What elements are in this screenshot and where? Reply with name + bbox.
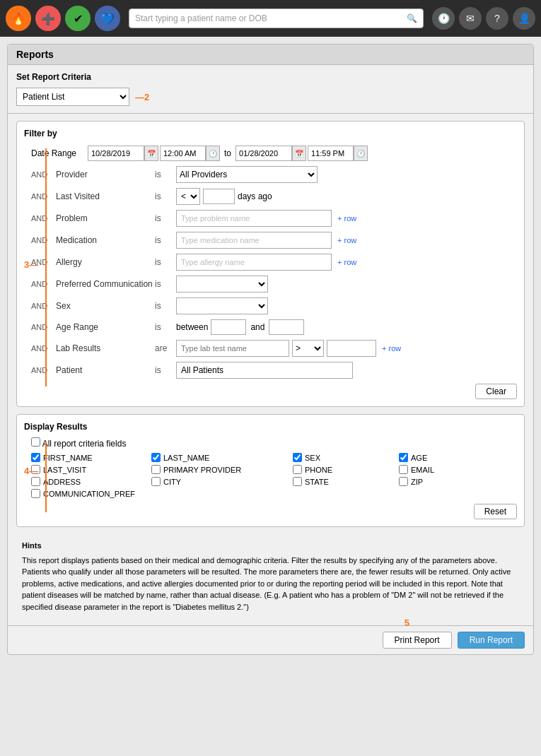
all-fields-checkbox[interactable] bbox=[31, 437, 40, 447]
logo-icon[interactable]: 🔥 bbox=[6, 6, 31, 31]
allergy-field: Allergy bbox=[56, 257, 155, 267]
days-input[interactable] bbox=[203, 189, 235, 204]
lab-results-row: AND Lab Results are > < = + row bbox=[24, 340, 517, 357]
age-range-row: AND Age Range is between and bbox=[24, 319, 517, 335]
age-from-input[interactable] bbox=[211, 319, 246, 335]
checkbox-item-address: ADDRESS bbox=[31, 477, 151, 486]
checkbox-item-firstname: FIRST_NAME bbox=[31, 453, 151, 462]
time-from-picker[interactable]: 🕐 bbox=[206, 146, 220, 161]
last-visited-operator[interactable]: < bbox=[176, 188, 200, 205]
medication-field: Medication bbox=[56, 235, 155, 245]
label-city: CITY bbox=[163, 478, 181, 486]
checkbox-state[interactable] bbox=[293, 477, 302, 486]
between-label: between bbox=[176, 322, 208, 332]
add-icon[interactable]: ➕ bbox=[35, 6, 61, 31]
problem-row: AND Problem is + row bbox=[24, 210, 517, 227]
medication-row: AND Medication is + row bbox=[24, 232, 517, 249]
checkbox-item-lastname: LAST_NAME bbox=[151, 453, 293, 462]
date-from-input[interactable] bbox=[88, 146, 144, 161]
step5-label: 5 bbox=[405, 618, 409, 628]
sex-and: AND bbox=[31, 302, 56, 310]
checkbox-item-sex: SEX bbox=[293, 453, 399, 462]
report-type-select[interactable]: Patient List bbox=[16, 88, 129, 106]
problem-input[interactable] bbox=[176, 210, 332, 227]
checkbox-sex[interactable] bbox=[293, 453, 302, 462]
time-to-input[interactable] bbox=[308, 146, 354, 161]
filter-title: Filter by bbox=[24, 129, 517, 138]
last-visited-group: < days ago bbox=[176, 188, 272, 205]
checkbox-address[interactable] bbox=[31, 477, 40, 486]
last-visited-field: Last Visited bbox=[56, 191, 155, 201]
lab-value-input[interactable] bbox=[327, 340, 376, 357]
lab-add-row[interactable]: + row bbox=[382, 344, 401, 353]
display-section: Display Results 4— All report criteria f… bbox=[16, 414, 525, 527]
date-from-picker[interactable]: 📅 bbox=[144, 146, 158, 161]
lab-operator-select[interactable]: > < = bbox=[292, 340, 324, 357]
age-and: AND bbox=[31, 323, 56, 331]
help-icon[interactable]: ? bbox=[486, 7, 508, 30]
heart-icon[interactable]: 💙 bbox=[95, 6, 120, 31]
age-to-input[interactable] bbox=[269, 319, 304, 335]
display-grid: All report criteria fields FIRST_NAME LA… bbox=[24, 437, 517, 519]
time-to-picker[interactable]: 🕐 bbox=[354, 146, 368, 161]
time-from-input[interactable] bbox=[160, 146, 206, 161]
hints-section: Hints This report displays patients base… bbox=[16, 534, 525, 618]
label-lastvisit: LAST_VISIT bbox=[43, 466, 86, 474]
checkbox-email[interactable] bbox=[399, 465, 408, 474]
problem-is: is bbox=[155, 213, 176, 223]
set-criteria-section: Set Report Criteria Patient List —2 bbox=[8, 65, 533, 114]
label-age: AGE bbox=[411, 454, 427, 462]
label-firstname: FIRST_NAME bbox=[43, 454, 93, 462]
date-range-label: Date Range bbox=[31, 148, 88, 158]
allergy-input[interactable] bbox=[176, 254, 332, 271]
run-report-button[interactable]: Run Report bbox=[458, 632, 525, 649]
print-report-button[interactable]: Print Report bbox=[383, 632, 452, 649]
search-icon: 🔍 bbox=[407, 13, 417, 23]
checkbox-item-zip: ZIP bbox=[399, 477, 484, 486]
checkbox-city[interactable] bbox=[151, 477, 161, 486]
action-bar: 5 Print Report Run Report bbox=[8, 625, 533, 654]
label-sex: SEX bbox=[305, 454, 320, 462]
lab-are: are bbox=[155, 343, 176, 353]
checkbox-phone[interactable] bbox=[293, 465, 302, 474]
checkbox-age[interactable] bbox=[399, 453, 408, 462]
checkbox-lastname[interactable] bbox=[151, 453, 161, 462]
checkbox-item-city: CITY bbox=[151, 477, 293, 486]
date-to-input[interactable] bbox=[235, 146, 292, 161]
label-primary-provider: PRIMARY PROVIDER bbox=[163, 466, 241, 474]
label-state: STATE bbox=[305, 478, 329, 486]
checkbox-zip[interactable] bbox=[399, 477, 408, 486]
checkbox-item-age: AGE bbox=[399, 453, 484, 462]
provider-and: AND bbox=[31, 170, 56, 179]
lab-field: Lab Results bbox=[56, 343, 155, 353]
checkbox-firstname[interactable] bbox=[31, 453, 40, 462]
reset-button[interactable]: Reset bbox=[474, 504, 517, 519]
main-content: Reports Set Report Criteria Patient List… bbox=[0, 37, 541, 756]
checkbox-item-email: EMAIL bbox=[399, 465, 484, 474]
checkbox-primary-provider[interactable] bbox=[151, 465, 161, 474]
medication-add-row[interactable]: + row bbox=[337, 236, 356, 244]
check-icon[interactable]: ✔ bbox=[65, 6, 91, 31]
sex-select[interactable] bbox=[176, 297, 268, 314]
date-to-picker[interactable]: 📅 bbox=[292, 146, 306, 161]
medication-input[interactable] bbox=[176, 232, 332, 249]
history-icon[interactable]: 🕐 bbox=[432, 7, 455, 30]
patient-input[interactable] bbox=[176, 362, 353, 379]
provider-select[interactable]: All Providers bbox=[176, 166, 318, 183]
clear-button[interactable]: Clear bbox=[475, 384, 517, 399]
mail-icon[interactable]: ✉ bbox=[459, 7, 482, 30]
preferred-comm-row: AND Preferred Communication is bbox=[24, 276, 517, 293]
lab-test-input[interactable] bbox=[176, 340, 289, 357]
patient-field: Patient bbox=[56, 365, 155, 375]
reports-title: Reports bbox=[8, 45, 533, 65]
user-icon[interactable]: 👤 bbox=[513, 7, 535, 30]
pref-comm-select[interactable] bbox=[176, 276, 268, 293]
label-phone: PHONE bbox=[305, 466, 332, 474]
checkbox-comm-pref[interactable] bbox=[31, 489, 40, 498]
problem-add-row[interactable]: + row bbox=[337, 214, 356, 223]
nav-bar: 🔥 ➕ ✔ 💙 Start typing a patient name or D… bbox=[0, 0, 541, 37]
allergy-add-row[interactable]: + row bbox=[337, 258, 356, 266]
patient-search[interactable]: Start typing a patient name or DOB 🔍 bbox=[129, 8, 424, 28]
age-and2: and bbox=[250, 322, 264, 332]
clear-row: Clear bbox=[24, 384, 517, 399]
